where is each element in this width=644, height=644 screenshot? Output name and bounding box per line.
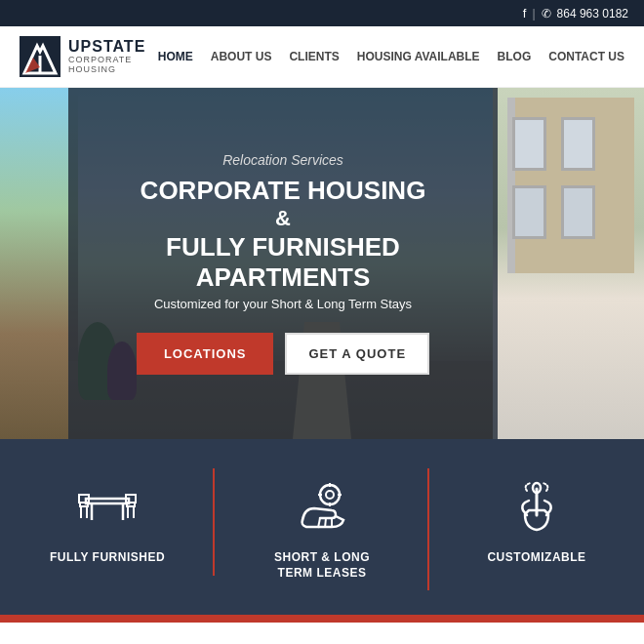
feature-lease-label: SHORT & LONGTERM LEASES (274, 550, 370, 581)
hero-subtitle: Customized for your Short & Long Term St… (154, 297, 412, 311)
hero-title: CORPORATE HOUSING & FULLY FURNISHED APAR… (107, 176, 459, 293)
hero-tagline: Relocation Services (222, 152, 343, 168)
quote-button[interactable]: GET A QUOTE (285, 333, 429, 375)
svg-rect-4 (86, 499, 129, 503)
nav-item-contact[interactable]: CONTACT US (548, 50, 624, 63)
logo-icon (20, 36, 60, 77)
feature-customizable: CUSTOMIZABLE (429, 478, 644, 566)
logo-upstate: UPSTATE (68, 38, 145, 56)
features-section: FULLY FURNISHED SHORT & LONGT (0, 439, 644, 615)
customizable-icon (507, 478, 566, 537)
nav-item-about[interactable]: ABOUT US (211, 50, 272, 63)
hero-right-building (493, 88, 644, 439)
top-bar: f | ✆ 864 963 0182 (0, 0, 644, 26)
nav-item-home[interactable]: HOME (158, 50, 193, 63)
hero-title-line1: CORPORATE HOUSING (107, 176, 459, 206)
lease-icon (293, 478, 351, 537)
logo-housing: HOUSING (68, 65, 145, 75)
navbar: UPSTATE CORPORATE HOUSING HOME ABOUT US … (0, 26, 644, 88)
building-window-2 (561, 117, 595, 171)
building-window-3 (512, 185, 546, 239)
hero-ampersand: & (107, 206, 459, 231)
feature-short-long: SHORT & LONGTERM LEASES (215, 478, 429, 581)
nav-links: HOME ABOUT US CLIENTS HOUSING AVAILABLE … (158, 50, 624, 63)
feature-fully-furnished: FULLY FURNISHED (0, 478, 215, 566)
locations-button[interactable]: LOCATIONS (137, 333, 274, 375)
svg-point-15 (320, 485, 340, 504)
nav-item-blog[interactable]: BLOG (498, 50, 532, 63)
phone-number: 864 963 0182 (557, 7, 628, 20)
svg-line-22 (325, 518, 326, 528)
red-bottom-bar (0, 615, 644, 623)
building-window-4 (561, 185, 595, 239)
building-window-1 (512, 117, 546, 171)
logo-text: UPSTATE CORPORATE HOUSING (68, 38, 145, 74)
hero-buttons: LOCATIONS GET A QUOTE (137, 333, 429, 375)
nav-item-housing[interactable]: HOUSING AVAILABLE (357, 50, 480, 63)
feature-furnished-label: FULLY FURNISHED (50, 550, 165, 566)
logo: UPSTATE CORPORATE HOUSING (20, 36, 145, 77)
hero-title-line2: FULLY FURNISHED APARTMENTS (107, 232, 459, 293)
furniture-icon (78, 478, 137, 537)
svg-point-16 (326, 491, 334, 499)
hero-left-bg (0, 88, 78, 439)
hero-overlay: Relocation Services CORPORATE HOUSING & … (68, 88, 498, 439)
facebook-icon: f (523, 6, 527, 20)
phone-icon: ✆ (542, 7, 551, 20)
nav-item-clients[interactable]: CLIENTS (289, 50, 339, 63)
hero-section: Relocation Services CORPORATE HOUSING & … (0, 88, 644, 439)
feature-customizable-label: CUSTOMIZABLE (487, 550, 585, 566)
separator: | (532, 7, 535, 20)
